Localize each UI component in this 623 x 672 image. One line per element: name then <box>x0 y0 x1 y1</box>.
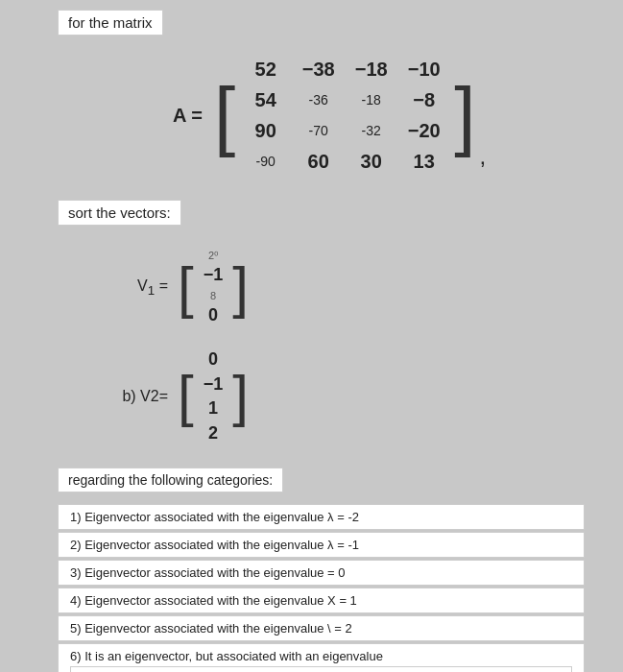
v2-row: b) V2= [ 0 −1 1 2 ] <box>115 345 585 448</box>
v2-entry-2: 1 <box>208 397 218 420</box>
sort-label: sort the vectors: <box>68 204 171 221</box>
option-2[interactable]: 2) Eigenvector associated with the eigen… <box>58 532 585 558</box>
m-1-1: -36 <box>292 92 345 108</box>
v2-label: b) V2= <box>115 388 168 405</box>
v2-bracket-right: ] <box>232 345 249 448</box>
sort-box: sort the vectors: <box>58 200 181 226</box>
main-container: for the matrix A = [ 52 −38 −18 −10 54 -… <box>0 0 623 672</box>
m-1-3: −8 <box>397 89 450 111</box>
option-6-main: 6) It is an eigenvector, but associated … <box>70 649 572 663</box>
bracket-left: [ <box>214 55 235 176</box>
bracket-right: ] <box>454 55 475 176</box>
option-6-sub: different from those listed <box>70 666 572 672</box>
matrix-section: A = [ 52 −38 −18 −10 54 -36 -18 −8 90 -7… <box>173 55 585 176</box>
m-1-0: 54 <box>239 89 292 111</box>
v1-entry-2: 8 <box>210 289 216 302</box>
v1-label: V1 = <box>115 277 168 298</box>
m-0-2: −18 <box>345 59 397 81</box>
title-text: for the matrix <box>68 14 153 31</box>
m-3-2: 30 <box>345 151 397 173</box>
v2-entry-0: 0 <box>208 348 218 371</box>
matrix-grid: 52 −38 −18 −10 54 -36 -18 −8 90 -70 -32 … <box>239 55 450 176</box>
v1-bracket-right: ] <box>232 245 249 330</box>
m-2-3: −20 <box>397 120 450 142</box>
option-6[interactable]: 6) It is an eigenvector, but associated … <box>58 643 585 672</box>
option-3[interactable]: 3) Eigenvector associated with the eigen… <box>58 560 585 586</box>
v1-row: V1 = [ 2⁰ −1 8 0 ] <box>115 245 585 330</box>
v2-entry-1: −1 <box>204 373 224 396</box>
v2-wrapper: [ 0 −1 1 2 ] <box>178 345 249 448</box>
m-1-2: -18 <box>345 92 397 108</box>
options-list: 1) Eigenvector associated with the eigen… <box>58 504 585 672</box>
v1-entry-1: −1 <box>204 264 224 286</box>
matrix-wrapper: [ 52 −38 −18 −10 54 -36 -18 −8 90 -70 -3… <box>214 55 475 176</box>
option-4[interactable]: 4) Eigenvector associated with the eigen… <box>58 588 585 613</box>
m-2-2: -32 <box>345 123 397 138</box>
v1-col: 2⁰ −1 8 0 <box>196 245 231 330</box>
title-box: for the matrix <box>58 10 163 36</box>
v2-bracket-left: [ <box>178 345 194 448</box>
v1-wrapper: [ 2⁰ −1 8 0 ] <box>178 245 249 330</box>
m-3-1: 60 <box>292 151 345 173</box>
v2-col: 0 −1 1 2 <box>196 345 231 448</box>
m-2-1: -70 <box>292 123 345 138</box>
option-5[interactable]: 5) Eigenvector associated with the eigen… <box>58 615 585 641</box>
vectors-section: V1 = [ 2⁰ −1 8 0 ] b) V2= [ 0 −1 1 <box>115 245 585 448</box>
matrix-label: A = <box>173 105 203 127</box>
option-1[interactable]: 1) Eigenvector associated with the eigen… <box>58 504 585 530</box>
categories-label: regarding the following categories: <box>68 472 273 488</box>
m-3-3: 13 <box>397 151 450 173</box>
m-2-0: 90 <box>239 120 292 142</box>
m-0-1: −38 <box>292 59 345 81</box>
m-0-3: −10 <box>397 59 450 81</box>
v1-bracket-left: [ <box>178 245 194 330</box>
m-0-0: 52 <box>239 59 292 81</box>
categories-box: regarding the following categories: <box>58 468 283 492</box>
v1-entry-3: 0 <box>208 304 218 326</box>
comma: , <box>479 143 486 170</box>
m-3-0: -90 <box>239 154 292 169</box>
v1-entry-0: 2⁰ <box>208 249 218 262</box>
v2-entry-3: 2 <box>208 422 218 444</box>
